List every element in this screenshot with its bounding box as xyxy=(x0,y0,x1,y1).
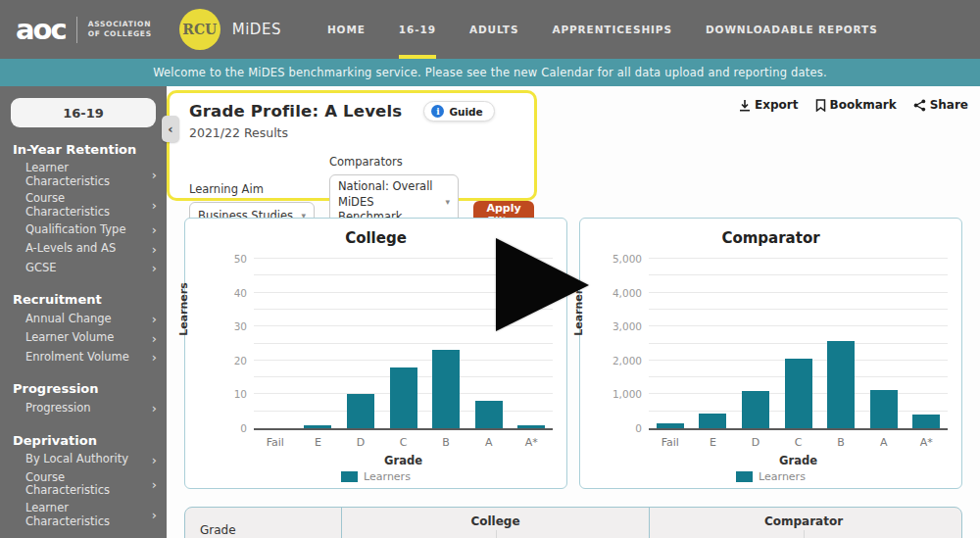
nav-item-16-19[interactable]: 16-19 xyxy=(382,0,453,59)
sidebar-item-course-characteristics[interactable]: Course Characteristics› xyxy=(0,469,167,500)
chart-title: Comparator xyxy=(580,229,961,247)
bar-a xyxy=(517,425,545,428)
y-tick-label: 5,000 xyxy=(612,253,642,265)
bar-b xyxy=(827,341,855,428)
bar-d xyxy=(347,394,374,428)
sidebar-item-annual-change[interactable]: Annual Change› xyxy=(0,310,167,328)
bar-b xyxy=(432,350,460,428)
gridline xyxy=(649,343,948,344)
sidebar-item-label: Enrolment Volume xyxy=(25,351,129,365)
x-tick-label: A* xyxy=(510,436,553,449)
aoc-logo: aoc xyxy=(16,13,66,46)
sidebar-section-title: Progression xyxy=(0,379,167,399)
results-year-subtitle: 2021/22 Results xyxy=(189,125,534,140)
sidebar-item-by-local-authority[interactable]: By Local Authority› xyxy=(0,451,167,469)
y-tick-label: 50 xyxy=(234,253,247,265)
chevron-right-icon: › xyxy=(152,331,157,346)
y-tick-label: 3,000 xyxy=(612,320,642,332)
sidebar-item-gcse[interactable]: GCSE› xyxy=(0,259,167,277)
page-actions: Export Bookmark Share xyxy=(739,98,968,112)
sidebar-item-learner-volume[interactable]: Learner Volume› xyxy=(0,329,167,348)
x-axis-labels: FailEDCBAA* xyxy=(649,436,948,449)
bookmark-button[interactable]: Bookmark xyxy=(815,98,897,112)
comparator-chart-card: Comparator Learners 01,0002,0003,0004,00… xyxy=(579,218,962,489)
y-tick-label: 0 xyxy=(635,422,642,434)
bar-a xyxy=(475,401,503,428)
chevron-right-icon: › xyxy=(152,261,157,275)
chevron-right-icon: › xyxy=(152,168,157,182)
chevron-right-icon: › xyxy=(152,242,157,257)
sidebar-item-a-levels-and-as[interactable]: A-Levels and AS› xyxy=(0,240,167,259)
x-tick-label: A* xyxy=(905,436,948,449)
sidebar-item-label: Course Characteristics xyxy=(25,192,146,219)
sidebar-item-qualification-type[interactable]: Qualification Type› xyxy=(0,220,167,239)
sidebar-item-progression[interactable]: Progression› xyxy=(0,399,167,417)
y-tick-label: 20 xyxy=(234,355,247,367)
nav-items: HOME16-19ADULTSAPPRENTICESHIPSDOWNLOADAB… xyxy=(311,0,895,59)
x-axis-title: Grade xyxy=(254,454,553,467)
product-name: MiDES xyxy=(232,21,281,38)
aoc-org-name: ASSOCIATION OF COLLEGES xyxy=(88,20,152,39)
sidebar-item-label: Course Characteristics xyxy=(25,471,146,498)
nav-item-home[interactable]: HOME xyxy=(311,0,382,59)
gridline xyxy=(254,360,553,361)
learning-aim-label: Learning Aim xyxy=(189,182,315,196)
results-table: Grade College Comparator Learners % Lear… xyxy=(184,507,962,538)
chevron-right-icon: › xyxy=(152,198,157,213)
sidebar-collapse-button[interactable]: ‹ xyxy=(162,116,179,142)
share-icon xyxy=(913,99,926,112)
sidebar-section-title: Deprivation xyxy=(0,431,167,451)
page-header-highlight-box: Grade Profile: A Levels i Guide 2021/22 … xyxy=(167,90,537,201)
y-tick-label: 10 xyxy=(234,388,247,400)
bar-a xyxy=(912,415,940,428)
nav-item-adults[interactable]: ADULTS xyxy=(453,0,535,59)
export-button[interactable]: Export xyxy=(739,98,798,112)
bar-fail xyxy=(657,423,684,428)
chevron-right-icon: › xyxy=(152,477,157,492)
sidebar-item-label: A-Levels and AS xyxy=(25,242,116,256)
nav-item-apprenticeships[interactable]: APPRENTICESHIPS xyxy=(535,0,689,59)
x-tick-label: B xyxy=(424,436,467,449)
chart-legend: Learners xyxy=(580,470,961,483)
sidebar-section-title: Recruitment xyxy=(0,290,167,310)
chevron-right-icon: › xyxy=(152,453,157,467)
sidebar-section-title: In-Year Retention xyxy=(0,140,167,160)
sidebar-item-label: Learner Characteristics xyxy=(25,162,146,188)
guide-button[interactable]: i Guide xyxy=(423,101,494,122)
sidebar-item-course-characteristics[interactable]: Course Characteristics› xyxy=(0,190,167,220)
sidebar-age-group-button[interactable]: 16-19 xyxy=(11,98,156,127)
sidebar-item-enrolment-volume[interactable]: Enrolment Volume› xyxy=(0,348,167,367)
sidebar-item-learner-characteristics[interactable]: Learner Characteristics› xyxy=(0,500,167,530)
nav-item-downloadable-reports[interactable]: DOWNLOADABLE REPORTS xyxy=(689,0,895,59)
sidebar-item-label: GCSE xyxy=(25,262,57,275)
sidebar-item-label: Learner Characteristics xyxy=(25,502,146,528)
sidebar-item-learner-characteristics[interactable]: Learner Characteristics› xyxy=(0,160,167,190)
sidebar: 16-19 In-Year RetentionLearner Character… xyxy=(0,86,167,538)
table-subheader: % xyxy=(496,530,649,538)
legend-swatch xyxy=(341,471,358,482)
sidebar-item-label: Qualification Type xyxy=(25,223,126,237)
comparators-label: Comparators xyxy=(329,155,459,169)
bar-a xyxy=(870,390,898,428)
sidebar-section-deprivation: DeprivationBy Local Authority›Course Cha… xyxy=(0,431,167,531)
table-group-college: College xyxy=(342,508,649,530)
share-button[interactable]: Share xyxy=(913,98,968,112)
chevron-down-icon: ▾ xyxy=(445,196,450,208)
table-subheader: Learners xyxy=(342,530,496,538)
table-subheader: Learners xyxy=(649,530,804,538)
rcu-logo: RCU xyxy=(179,9,220,50)
table-header-grade: Grade xyxy=(185,508,342,538)
bar-e xyxy=(699,414,726,428)
bar-c xyxy=(390,367,417,428)
sidebar-section-progression: ProgressionProgression› xyxy=(0,379,167,417)
gridline xyxy=(649,292,948,293)
x-tick-label: C xyxy=(777,436,820,449)
x-tick-label: E xyxy=(297,436,340,449)
y-axis-title: Learners xyxy=(177,251,190,368)
y-tick-label: 40 xyxy=(234,287,247,299)
chevron-right-icon: › xyxy=(152,401,157,416)
logo-divider xyxy=(76,17,77,43)
chevron-right-icon: › xyxy=(152,508,157,522)
gridline xyxy=(649,274,948,275)
announcement-banner: Welcome to the MiDES benchmarking servic… xyxy=(0,59,980,86)
